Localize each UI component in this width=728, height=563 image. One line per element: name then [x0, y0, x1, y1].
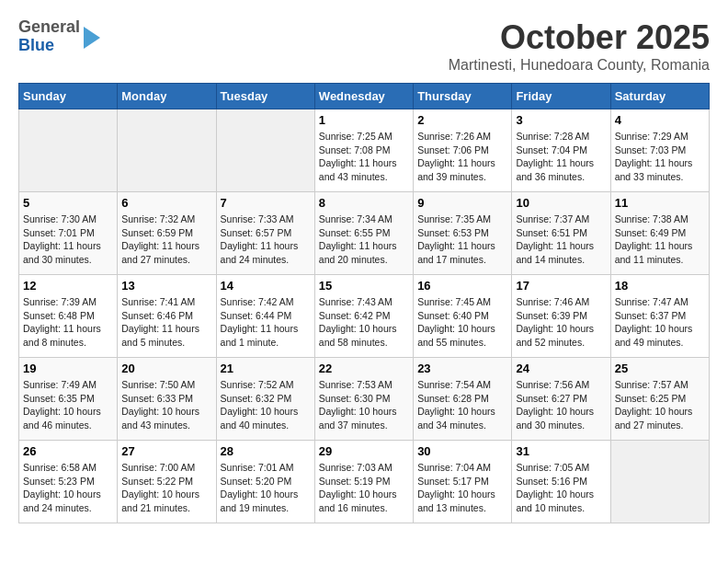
calendar-title: October 2025 [449, 18, 710, 57]
table-row: 6Sunrise: 7:32 AM Sunset: 6:59 PM Daylig… [118, 192, 216, 275]
cell-info: Sunrise: 7:01 AM Sunset: 5:20 PM Dayligh… [221, 461, 311, 515]
calendar-week-row: 5Sunrise: 7:30 AM Sunset: 7:01 PM Daylig… [19, 192, 710, 275]
cell-date: 10 [516, 196, 606, 210]
cell-date: 18 [615, 279, 705, 293]
table-row: 22Sunrise: 7:53 AM Sunset: 6:30 PM Dayli… [314, 358, 413, 441]
table-row: 10Sunrise: 7:37 AM Sunset: 6:51 PM Dayli… [512, 192, 610, 275]
table-row: 17Sunrise: 7:46 AM Sunset: 6:39 PM Dayli… [512, 275, 610, 358]
cell-date: 3 [516, 113, 606, 127]
col-tuesday: Tuesday [216, 84, 314, 109]
cell-info: Sunrise: 7:53 AM Sunset: 6:30 PM Dayligh… [319, 378, 409, 432]
cell-info: Sunrise: 7:35 AM Sunset: 6:53 PM Dayligh… [417, 213, 507, 267]
cell-date: 21 [221, 362, 311, 375]
cell-info: Sunrise: 7:29 AM Sunset: 7:03 PM Dayligh… [615, 130, 705, 184]
cell-info: Sunrise: 7:03 AM Sunset: 5:19 PM Dayligh… [319, 461, 409, 515]
cell-info: Sunrise: 7:33 AM Sunset: 6:57 PM Dayligh… [221, 213, 311, 267]
cell-info: Sunrise: 7:25 AM Sunset: 7:08 PM Dayligh… [319, 130, 409, 184]
cell-info: Sunrise: 7:50 AM Sunset: 6:33 PM Dayligh… [121, 378, 211, 432]
logo-text: General Blue [18, 18, 80, 55]
cell-info: Sunrise: 7:52 AM Sunset: 6:32 PM Dayligh… [221, 378, 311, 432]
cell-info: Sunrise: 7:42 AM Sunset: 6:44 PM Dayligh… [221, 295, 311, 350]
cell-date: 5 [23, 196, 113, 210]
cell-date: 8 [319, 196, 409, 210]
table-row [610, 441, 709, 523]
logo-general: General [18, 18, 80, 37]
table-row: 20Sunrise: 7:50 AM Sunset: 6:33 PM Dayli… [118, 358, 216, 441]
cell-date: 4 [615, 113, 705, 127]
table-row: 9Sunrise: 7:35 AM Sunset: 6:53 PM Daylig… [414, 192, 512, 275]
cell-info: Sunrise: 7:37 AM Sunset: 6:51 PM Dayligh… [516, 213, 606, 267]
table-row: 23Sunrise: 7:54 AM Sunset: 6:28 PM Dayli… [414, 358, 512, 441]
cell-date: 19 [23, 362, 113, 375]
col-monday: Monday [118, 84, 216, 109]
col-friday: Friday [512, 84, 610, 109]
logo: General Blue [18, 18, 100, 55]
cell-info: Sunrise: 7:43 AM Sunset: 6:42 PM Dayligh… [319, 295, 409, 350]
cell-info: Sunrise: 7:32 AM Sunset: 6:59 PM Dayligh… [121, 213, 211, 267]
cell-info: Sunrise: 7:34 AM Sunset: 6:55 PM Dayligh… [319, 213, 409, 267]
cell-date: 16 [417, 279, 507, 293]
table-row: 2Sunrise: 7:26 AM Sunset: 7:06 PM Daylig… [414, 109, 512, 192]
table-row: 4Sunrise: 7:29 AM Sunset: 7:03 PM Daylig… [610, 109, 709, 192]
cell-date: 13 [121, 279, 211, 293]
table-row: 16Sunrise: 7:45 AM Sunset: 6:40 PM Dayli… [414, 275, 512, 358]
table-row: 3Sunrise: 7:28 AM Sunset: 7:04 PM Daylig… [512, 109, 610, 192]
cell-date: 28 [221, 444, 311, 458]
cell-date: 25 [615, 362, 705, 375]
cell-date: 11 [615, 196, 705, 210]
cell-info: Sunrise: 7:57 AM Sunset: 6:25 PM Dayligh… [615, 378, 705, 432]
table-row: 31Sunrise: 7:05 AM Sunset: 5:16 PM Dayli… [512, 441, 610, 523]
cell-date: 1 [319, 113, 409, 127]
table-row: 27Sunrise: 7:00 AM Sunset: 5:22 PM Dayli… [118, 441, 216, 523]
logo-blue: Blue [18, 37, 80, 55]
table-row: 29Sunrise: 7:03 AM Sunset: 5:19 PM Dayli… [314, 441, 413, 523]
cell-date: 6 [121, 196, 211, 210]
col-wednesday: Wednesday [314, 84, 413, 109]
cell-info: Sunrise: 7:05 AM Sunset: 5:16 PM Dayligh… [516, 461, 606, 515]
table-row: 26Sunrise: 6:58 AM Sunset: 5:23 PM Dayli… [19, 441, 118, 523]
cell-info: Sunrise: 6:58 AM Sunset: 5:23 PM Dayligh… [23, 461, 113, 515]
calendar-week-row: 12Sunrise: 7:39 AM Sunset: 6:48 PM Dayli… [19, 275, 710, 358]
cell-info: Sunrise: 7:54 AM Sunset: 6:28 PM Dayligh… [417, 378, 507, 432]
calendar-week-row: 26Sunrise: 6:58 AM Sunset: 5:23 PM Dayli… [19, 441, 710, 523]
calendar-table: Sunday Monday Tuesday Wednesday Thursday… [18, 83, 710, 523]
cell-info: Sunrise: 7:00 AM Sunset: 5:22 PM Dayligh… [121, 461, 211, 515]
cell-date: 17 [516, 279, 606, 293]
cell-info: Sunrise: 7:47 AM Sunset: 6:37 PM Dayligh… [615, 295, 705, 350]
cell-info: Sunrise: 7:38 AM Sunset: 6:49 PM Dayligh… [615, 213, 705, 267]
table-row: 5Sunrise: 7:30 AM Sunset: 7:01 PM Daylig… [19, 192, 118, 275]
calendar-week-row: 19Sunrise: 7:49 AM Sunset: 6:35 PM Dayli… [19, 358, 710, 441]
cell-date: 14 [221, 279, 311, 293]
cell-date: 29 [319, 444, 409, 458]
col-sunday: Sunday [19, 84, 118, 109]
table-row: 30Sunrise: 7:04 AM Sunset: 5:17 PM Dayli… [414, 441, 512, 523]
cell-info: Sunrise: 7:56 AM Sunset: 6:27 PM Dayligh… [516, 378, 606, 432]
cell-info: Sunrise: 7:26 AM Sunset: 7:06 PM Dayligh… [417, 130, 507, 184]
table-row: 8Sunrise: 7:34 AM Sunset: 6:55 PM Daylig… [314, 192, 413, 275]
table-row: 15Sunrise: 7:43 AM Sunset: 6:42 PM Dayli… [314, 275, 413, 358]
cell-date: 27 [121, 444, 211, 458]
cell-info: Sunrise: 7:04 AM Sunset: 5:17 PM Dayligh… [417, 461, 507, 515]
cell-date: 30 [417, 444, 507, 458]
cell-date: 9 [417, 196, 507, 210]
table-row: 13Sunrise: 7:41 AM Sunset: 6:46 PM Dayli… [118, 275, 216, 358]
col-saturday: Saturday [610, 84, 709, 109]
table-row: 14Sunrise: 7:42 AM Sunset: 6:44 PM Dayli… [216, 275, 314, 358]
table-row [216, 109, 314, 192]
cell-date: 24 [516, 362, 606, 375]
table-row: 28Sunrise: 7:01 AM Sunset: 5:20 PM Dayli… [216, 441, 314, 523]
cell-info: Sunrise: 7:28 AM Sunset: 7:04 PM Dayligh… [516, 130, 606, 184]
cell-date: 7 [221, 196, 311, 210]
table-row: 18Sunrise: 7:47 AM Sunset: 6:37 PM Dayli… [610, 275, 709, 358]
cell-date: 20 [121, 362, 211, 375]
table-row: 12Sunrise: 7:39 AM Sunset: 6:48 PM Dayli… [19, 275, 118, 358]
table-row [118, 109, 216, 192]
table-row [19, 109, 118, 192]
cell-info: Sunrise: 7:41 AM Sunset: 6:46 PM Dayligh… [121, 295, 211, 350]
table-row: 7Sunrise: 7:33 AM Sunset: 6:57 PM Daylig… [216, 192, 314, 275]
calendar-subtitle: Martinesti, Hunedoara County, Romania [449, 57, 710, 74]
cell-date: 2 [417, 113, 507, 127]
cell-info: Sunrise: 7:46 AM Sunset: 6:39 PM Dayligh… [516, 295, 606, 350]
cell-date: 12 [23, 279, 113, 293]
table-row: 21Sunrise: 7:52 AM Sunset: 6:32 PM Dayli… [216, 358, 314, 441]
